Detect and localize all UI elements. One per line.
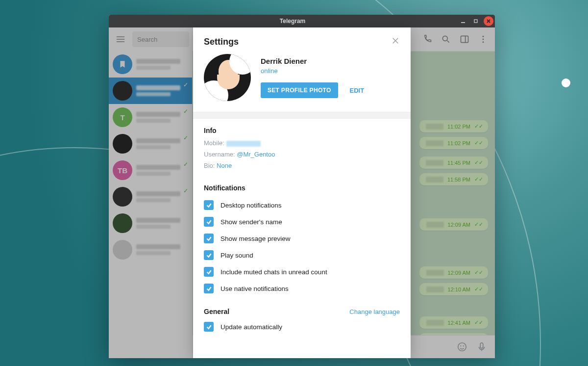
username-value: @Mr_Gentoo [237, 151, 275, 158]
svg-rect-1 [474, 20, 477, 23]
app-window: Telegram Search ✓T✓✓TB✓✓ [109, 15, 495, 358]
modal-overlay[interactable]: Settings Derrik Diener online SET PROFIL… [109, 27, 495, 358]
checkbox-icon [204, 267, 214, 277]
general-section-header: General Change language [193, 300, 411, 318]
checkbox-row[interactable]: Update automatically [204, 318, 400, 335]
close-button[interactable] [484, 16, 493, 26]
checkbox-row[interactable]: Use native notifications [204, 280, 400, 297]
settings-header: Settings [193, 27, 411, 52]
wallpaper-dot [562, 78, 570, 87]
avatar[interactable] [204, 54, 251, 101]
profile-status: online [261, 67, 367, 75]
bio-row[interactable]: Bio: None [204, 162, 400, 169]
general-heading: General [204, 308, 229, 315]
checkbox-row[interactable]: Play sound [204, 247, 400, 263]
checkbox-label: Show sender's name [220, 218, 282, 226]
checkbox-icon [204, 322, 214, 332]
window-title: Telegram [128, 18, 457, 25]
checkbox-row[interactable]: Show sender's name [204, 213, 400, 230]
profile-name: Derrik Diener [261, 57, 367, 65]
edit-button[interactable]: EDIT [347, 86, 368, 95]
checkbox-icon [204, 217, 214, 227]
notifications-heading: Notifications [204, 184, 400, 192]
checkbox-icon [204, 284, 214, 293]
close-icon[interactable] [391, 36, 400, 47]
checkbox-icon [204, 234, 214, 243]
desktop-wallpaper: Telegram Search ✓T✓✓TB✓✓ [0, 0, 588, 366]
checkbox-icon [204, 200, 214, 210]
minimize-button[interactable] [458, 16, 468, 26]
maximize-button[interactable] [471, 16, 481, 26]
checkbox-label: Show message preview [220, 235, 291, 242]
username-row[interactable]: Username: @Mr_Gentoo [204, 151, 400, 158]
mobile-value-redacted [226, 141, 261, 147]
divider [193, 112, 411, 119]
change-language-link[interactable]: Change language [349, 308, 400, 315]
titlebar: Telegram [109, 15, 495, 27]
checkbox-label: Play sound [220, 252, 253, 259]
info-section: Info Mobile: Username: @Mr_Gentoo Bio: N… [193, 119, 411, 176]
checkbox-label: Desktop notifications [220, 202, 282, 209]
profile-section: Derrik Diener online SET PROFILE PHOTO E… [193, 52, 411, 112]
notifications-section: Notifications Desktop notificationsShow … [193, 176, 411, 300]
bio-value: None [217, 162, 232, 169]
checkbox-label: Use native notifications [220, 285, 289, 292]
checkbox-label: Update automatically [220, 323, 282, 331]
checkbox-label: Include muted chats in unread count [220, 268, 327, 276]
settings-panel: Settings Derrik Diener online SET PROFIL… [193, 27, 411, 358]
checkbox-row[interactable]: Desktop notifications [204, 197, 400, 213]
info-heading: Info [204, 127, 400, 134]
checkbox-icon [204, 250, 214, 260]
checkbox-row[interactable]: Show message preview [204, 230, 400, 247]
checkbox-row[interactable]: Include muted chats in unread count [204, 263, 400, 280]
set-profile-photo-button[interactable]: SET PROFILE PHOTO [261, 82, 338, 98]
mobile-row[interactable]: Mobile: [204, 139, 400, 147]
settings-title: Settings [204, 37, 391, 47]
